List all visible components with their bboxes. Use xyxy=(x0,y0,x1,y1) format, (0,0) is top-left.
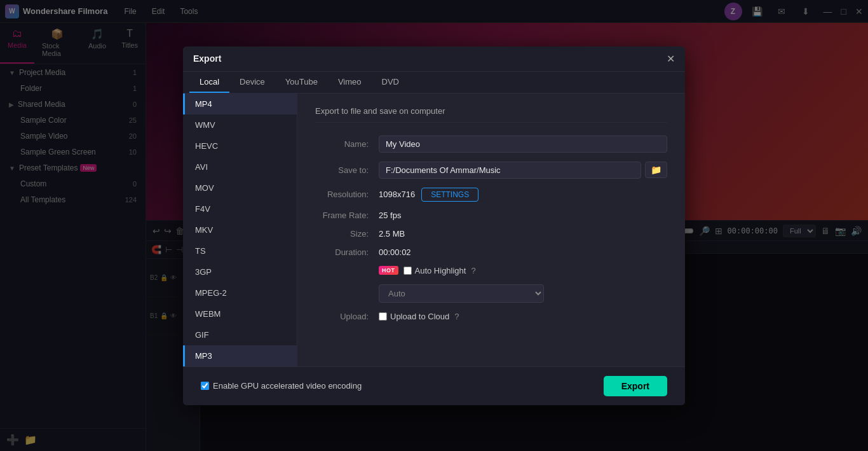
save-path: F:/Documents Of Ammar/Music xyxy=(379,162,641,179)
upload-help-icon[interactable]: ? xyxy=(454,312,459,321)
framerate-label: Frame Rate: xyxy=(315,211,379,220)
gpu-label: Enable GPU accelerated video encoding xyxy=(213,381,362,391)
format-list: MP4 WMV HEVC AVI MOV F4V MKV TS 3GP MPEG… xyxy=(183,94,297,366)
dialog-tabs: Local Device YouTube Vimeo DVD xyxy=(183,72,685,94)
format-mp4[interactable]: MP4 xyxy=(183,94,297,114)
format-wmv[interactable]: WMV xyxy=(183,114,297,135)
format-mp3[interactable]: MP3 xyxy=(183,345,297,366)
dialog-tab-vimeo[interactable]: Vimeo xyxy=(328,72,372,93)
size-label: Size: xyxy=(315,229,379,239)
resolution-value: 1098x716 xyxy=(379,190,415,199)
save-to-label: Save to: xyxy=(315,165,379,175)
dialog-title-bar: Export ✕ xyxy=(183,46,685,72)
save-to-row: Save to: F:/Documents Of Ammar/Music 📁 xyxy=(315,162,667,179)
format-f4v[interactable]: F4V xyxy=(183,198,297,219)
size-row: Size: 2.5 MB xyxy=(315,229,667,239)
auto-highlight-help-icon[interactable]: ? xyxy=(471,266,475,275)
format-hevc[interactable]: HEVC xyxy=(183,135,297,156)
upload-cloud-checkbox[interactable] xyxy=(379,312,387,321)
export-subtitle: Export to file and save on computer xyxy=(315,106,667,123)
auto-highlight-label[interactable]: Auto Highlight xyxy=(403,266,466,275)
format-mkv[interactable]: MKV xyxy=(183,219,297,240)
export-dialog: Export ✕ Local Device YouTube Vimeo DVD … xyxy=(183,46,685,405)
upload-row: Upload: Upload to Cloud ? xyxy=(315,312,667,321)
auto-style-select[interactable]: Auto xyxy=(379,284,544,303)
ah-row: HOT Auto Highlight ? xyxy=(379,266,476,275)
settings-button[interactable]: SETTINGS xyxy=(421,188,478,202)
size-value: 2.5 MB xyxy=(379,229,405,239)
name-row: Name: xyxy=(315,135,667,153)
dialog-title: Export xyxy=(193,53,221,64)
duration-row: Duration: 00:00:02 xyxy=(315,247,667,257)
framerate-row: Frame Rate: 25 fps xyxy=(315,211,667,220)
browse-folder-button[interactable]: 📁 xyxy=(645,162,667,178)
export-button[interactable]: Export xyxy=(604,376,667,396)
duration-value: 00:00:02 xyxy=(379,247,411,257)
auto-highlight-row: HOT Auto Highlight ? xyxy=(315,266,667,275)
dialog-tab-device[interactable]: Device xyxy=(229,72,275,93)
format-gif[interactable]: GIF xyxy=(183,324,297,345)
dialog-body: MP4 WMV HEVC AVI MOV F4V MKV TS 3GP MPEG… xyxy=(183,94,685,366)
dialog-overlay: Export ✕ Local Device YouTube Vimeo DVD … xyxy=(0,0,868,451)
gpu-check-label[interactable]: Enable GPU accelerated video encoding xyxy=(201,381,362,391)
gpu-checkbox[interactable] xyxy=(201,382,209,390)
format-webm[interactable]: WEBM xyxy=(183,303,297,324)
resolution-value-row: 1098x716 SETTINGS xyxy=(379,188,667,202)
upload-label: Upload: xyxy=(315,312,379,321)
dialog-tab-dvd[interactable]: DVD xyxy=(372,72,409,93)
name-label: Name: xyxy=(315,139,379,149)
dialog-footer: Enable GPU accelerated video encoding Ex… xyxy=(183,366,685,405)
dialog-tab-local[interactable]: Local xyxy=(189,72,229,93)
dialog-tab-youtube[interactable]: YouTube xyxy=(275,72,328,93)
hot-badge: HOT xyxy=(379,266,398,275)
name-input[interactable] xyxy=(379,135,667,153)
format-3gp[interactable]: 3GP xyxy=(183,261,297,282)
resolution-label: Resolution: xyxy=(315,190,379,199)
framerate-value: 25 fps xyxy=(379,211,401,220)
upload-cloud-label[interactable]: Upload to Cloud xyxy=(379,312,449,321)
upload-cloud-row: Upload to Cloud ? xyxy=(379,312,459,321)
duration-label: Duration: xyxy=(315,247,379,257)
folder-row: F:/Documents Of Ammar/Music 📁 xyxy=(379,162,667,179)
resolution-row: Resolution: 1098x716 SETTINGS xyxy=(315,188,667,202)
format-avi[interactable]: AVI xyxy=(183,156,297,177)
upload-cloud-text: Upload to Cloud xyxy=(390,312,449,321)
auto-highlight-text: Auto Highlight xyxy=(415,266,466,275)
format-mov[interactable]: MOV xyxy=(183,177,297,198)
format-ts[interactable]: TS xyxy=(183,240,297,261)
format-mpeg2[interactable]: MPEG-2 xyxy=(183,282,297,303)
dialog-close-button[interactable]: ✕ xyxy=(667,53,675,65)
auto-highlight-checkbox[interactable] xyxy=(403,267,412,275)
export-form: Export to file and save on computer Name… xyxy=(297,94,685,366)
